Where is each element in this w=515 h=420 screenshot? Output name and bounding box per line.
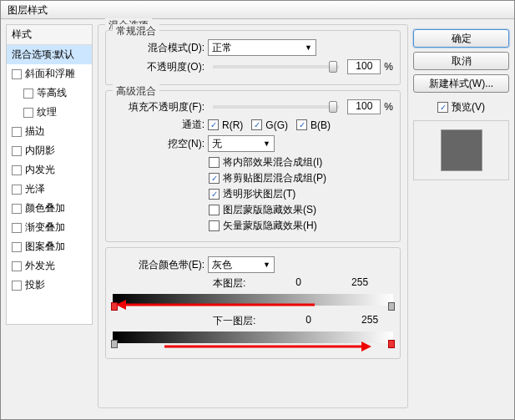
chevron-down-icon: ▼ [263, 139, 270, 148]
this-layer-v0: 0 [295, 276, 301, 291]
next-layer-v0: 0 [305, 314, 311, 328]
preview-swatch-box [413, 120, 509, 180]
style-item-label: 渐变叠加 [25, 220, 65, 235]
style-item-label: 投影 [25, 278, 45, 292]
next-layer-white-thumb[interactable] [388, 340, 395, 348]
advanced-blend-group: 高级混合 填充不透明度(F): 100 % 通道: R(R) G(G) [105, 90, 401, 242]
style-item-label: 纹理 [37, 105, 57, 119]
option-checkbox[interactable] [209, 189, 220, 200]
titlebar[interactable]: 图层样式 [1, 1, 514, 19]
option-checkbox[interactable] [209, 157, 220, 168]
style-item[interactable]: 图案叠加 [7, 237, 92, 256]
blend-if-label: 混合颜色带(E): [113, 258, 204, 272]
style-item[interactable]: 纹理 [7, 103, 92, 122]
style-checkbox[interactable] [12, 242, 22, 252]
style-item[interactable]: 混合选项:默认 [7, 45, 92, 64]
style-checkbox[interactable] [23, 108, 33, 118]
this-layer-v255: 255 [351, 276, 368, 291]
layer-style-dialog: 图层样式 样式 混合选项:默认斜面和浮雕等高线纹理描边内阴影内发光光泽颜色叠加渐… [0, 0, 515, 420]
style-item-label: 图案叠加 [25, 240, 65, 254]
style-item-label: 颜色叠加 [25, 201, 65, 215]
style-checkbox[interactable] [12, 185, 22, 195]
this-layer-white-thumb[interactable] [388, 302, 395, 311]
style-item-label: 光泽 [25, 182, 45, 196]
styles-list: 样式 混合选项:默认斜面和浮雕等高线纹理描边内阴影内发光光泽颜色叠加渐变叠加图案… [6, 24, 93, 325]
option-checkbox[interactable] [209, 220, 220, 231]
option-label: 矢量蒙版隐藏效果(H) [223, 219, 317, 233]
style-item[interactable]: 投影 [7, 276, 92, 295]
channel-g-checkbox[interactable] [251, 119, 262, 130]
style-item[interactable]: 内发光 [7, 160, 92, 180]
style-item-label: 内发光 [25, 163, 55, 177]
style-checkbox[interactable] [23, 89, 33, 99]
option-label: 将剪贴图层混合成组(P) [223, 171, 326, 185]
window-title: 图层样式 [8, 4, 48, 16]
style-item-label: 等高线 [37, 86, 67, 100]
this-layer-label: 本图层: [213, 276, 245, 291]
blend-mode-label: 混合模式(D): [113, 41, 204, 55]
advanced-blend-title: 高级混合 [113, 84, 159, 99]
opacity-unit: % [384, 61, 393, 73]
blend-mode-select[interactable]: 正常 ▼ [208, 39, 316, 56]
style-item[interactable]: 描边 [7, 122, 92, 141]
style-checkbox[interactable] [12, 281, 22, 291]
option-label: 将内部效果混合成组(I) [223, 155, 322, 170]
blend-mode-value: 正常 [212, 41, 232, 55]
next-layer-v255: 255 [361, 314, 378, 328]
blend-if-group: 混合颜色带(E): 灰色 ▼ 本图层: 0 255 [105, 247, 401, 359]
option-checkbox[interactable] [209, 205, 220, 215]
style-checkbox[interactable] [12, 146, 22, 156]
option-checkbox[interactable] [209, 173, 220, 184]
general-blend-group: 常规混合 混合模式(D): 正常 ▼ 不透明度(O): 100 % [105, 30, 401, 85]
channels-label: 通道: [113, 118, 204, 132]
next-layer-label: 下一图层: [213, 314, 255, 328]
knockout-label: 挖空(N): [113, 137, 204, 151]
fill-opacity-slider[interactable] [213, 105, 339, 109]
style-checkbox[interactable] [12, 165, 22, 175]
opacity-slider[interactable] [213, 65, 339, 68]
chevron-down-icon: ▼ [263, 261, 270, 269]
channel-b-checkbox[interactable] [296, 119, 307, 130]
channel-b-label: B(B) [311, 119, 331, 131]
styles-header: 样式 [7, 25, 92, 45]
knockout-select[interactable]: 无 ▼ [208, 135, 275, 152]
blend-options-group: 混合选项 常规混合 混合模式(D): 正常 ▼ 不透明度(O): 100 [98, 24, 408, 408]
next-layer-gradient[interactable] [113, 331, 393, 343]
fill-opacity-label: 填充不透明度(F): [113, 100, 204, 114]
general-blend-title: 常规混合 [113, 24, 159, 38]
style-checkbox[interactable] [12, 223, 22, 233]
new-style-button[interactable]: 新建样式(W)... [413, 74, 509, 93]
preview-swatch [441, 129, 482, 171]
style-item[interactable]: 渐变叠加 [7, 218, 92, 237]
next-layer-black-thumb[interactable] [111, 340, 118, 348]
opacity-label: 不透明度(O): [113, 60, 204, 74]
channel-r-checkbox[interactable] [208, 119, 219, 130]
this-layer-black-thumb[interactable] [111, 302, 118, 311]
style-item-label: 内阴影 [25, 144, 55, 158]
option-label: 透明形状图层(T) [223, 187, 295, 201]
channel-r-label: R(R) [222, 119, 243, 131]
ok-button[interactable]: 确定 [413, 29, 509, 48]
this-layer-gradient[interactable] [113, 294, 393, 306]
style-item[interactable]: 颜色叠加 [7, 199, 92, 218]
style-checkbox[interactable] [12, 69, 22, 79]
style-item-label: 混合选项:默认 [12, 48, 74, 62]
style-item-label: 斜面和浮雕 [25, 67, 75, 81]
style-item[interactable]: 光泽 [7, 180, 92, 199]
knockout-value: 无 [212, 137, 222, 151]
style-checkbox[interactable] [12, 127, 22, 137]
style-item[interactable]: 等高线 [7, 83, 92, 103]
style-item[interactable]: 外发光 [7, 256, 92, 276]
channel-g-label: G(G) [265, 119, 288, 131]
opacity-value[interactable]: 100 [347, 59, 381, 74]
cancel-button[interactable]: 取消 [413, 52, 509, 70]
style-checkbox[interactable] [12, 204, 22, 214]
chevron-down-icon: ▼ [305, 43, 312, 52]
preview-checkbox[interactable] [437, 102, 448, 113]
style-checkbox[interactable] [12, 261, 22, 271]
blend-if-select[interactable]: 灰色 ▼ [208, 256, 275, 273]
style-item[interactable]: 内阴影 [7, 141, 92, 160]
style-item[interactable]: 斜面和浮雕 [7, 64, 92, 83]
fill-opacity-value[interactable]: 100 [347, 99, 381, 114]
style-item-label: 外发光 [25, 259, 55, 273]
